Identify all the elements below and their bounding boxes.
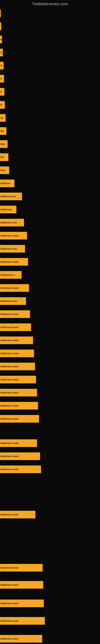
bar-label: Bot [0,156,4,158]
bar: Bottleneck result [0,258,28,266]
bar-label: Bottleneck result [0,313,18,315]
bar-label: B [0,104,2,106]
bar-row: Bottleneck result [0,580,100,590]
bar-label: Bott [0,143,5,145]
bar-label: Bottleneck resu [0,222,17,224]
bar-label: Bottleneck result [0,326,18,328]
bar: Bottleneck result [0,376,36,384]
bar-row: Bottleneck result [0,257,100,267]
bar-label: Bottleneck result [0,378,18,381]
bar-label: Bottleneck result [0,468,18,470]
bar-label: B [0,64,2,67]
bar-label: Bottleneck re [0,274,15,276]
bar-row: E [0,87,100,97]
bar-label: Bottleneck result [0,602,18,604]
bar-row: Bottleneck result [0,348,100,358]
bar-row: Bottleneck result [0,362,100,372]
bar-row: Bottleneck result [0,374,100,384]
bar: E [0,36,2,43]
bar: Bott [0,166,9,174]
bar-label: Bottleneck result [0,234,18,237]
bar: B [0,101,5,109]
bar: Bot [0,153,8,161]
bar-row: Bottleneck result [0,451,100,461]
bar-label: Bottleneck res [0,195,16,198]
bar-label: Bottleneck resu [0,248,17,250]
bar-row: Bo [0,126,100,136]
bar: E [0,88,4,96]
bar-row: E [0,34,100,44]
bar-row: Bott [0,139,100,149]
bar: Bottleneck result [0,350,34,357]
bar-label: Bottleneck result [0,392,18,394]
bar-row: Bottleneck result [0,335,100,345]
bar-row: Bottleneck result [0,464,100,474]
bar-row: B [0,100,100,110]
bar-row: Bottleneck [0,204,100,214]
bar-label: Bottleneck result [0,352,18,354]
bar: Bottleneck resu [0,219,24,226]
bar-row: Bottleneck result [0,634,100,644]
bar-label: Bottleneck result [0,455,18,458]
bar-label: Bottleneck result [0,514,18,516]
bar-row: Bot [0,152,100,162]
bar: B [0,62,3,70]
bar-row: Bottleneck result [0,388,100,398]
bar-label: Bottleneck result [0,365,18,368]
bar-row: Bo [0,113,100,123]
bar [0,22,1,30]
bar-row: Bottlenec [0,178,100,188]
bar-label: Bottleneck result [0,620,18,622]
bar-row: Bottleneck result [0,283,100,293]
bar-label: E [0,38,2,41]
bar-row: E [0,48,100,58]
bar-label: Bo [0,130,3,132]
bar: Bottleneck resu [0,245,25,252]
bar-label: E [0,78,2,80]
bar: Bottleneck [0,206,16,213]
bar-label: E [0,90,2,93]
bar-row: Bottleneck result [0,309,100,319]
page-title: TheBottlenecker.com [0,0,100,7]
bar-row [0,21,100,32]
bar-label: Bottleneck result [0,404,18,407]
bar: Bottleneck result [0,232,27,240]
bar-row: Bottleneck result [0,438,100,448]
bar-row: Bottleneck result [0,231,100,241]
bar [0,10,1,17]
bar: Bottleneck result [0,389,37,396]
bar-row: Bottleneck re [0,270,100,280]
bar-label: Bottleneck result [0,584,18,586]
bar: Bottleneck result [0,324,31,331]
bar-label: Bottleneck result [0,442,18,444]
bar-row: B [0,60,100,71]
bar-row: Bottleneck result [0,616,100,626]
bar-label: Bottleneck result [0,566,18,569]
bar-row: Bottleneck result [0,598,100,608]
bar: Bottleneck result [0,635,42,642]
bar: Bott [0,140,8,148]
bar: Bottleneck result [0,600,44,607]
bar-row: Bottleneck result [0,401,100,411]
bar: Bottleneck re [0,271,22,279]
bar-row: Bottleneck resu [0,218,100,228]
bar: Bottleneck result [0,452,40,460]
bar-row: Bottleneck result [0,414,100,424]
bar: Bottleneck result [0,415,39,422]
bar-row: Bottleneck result [0,563,100,573]
bar: E [0,75,4,82]
bar-label: Bottleneck result [0,638,18,640]
bar-label: E [0,51,2,54]
bar-row: Bottleneck resu [0,296,100,306]
bar: Bottleneck resu [0,297,26,305]
bar: Bottleneck result [0,336,33,344]
bar: Bottleneck result [0,564,43,572]
bar: Bottleneck result [0,439,37,447]
bar-label: Bottleneck result [0,287,18,289]
bar-label: Bottleneck result [0,260,18,263]
bar-row: Bottleneck resu [0,244,100,254]
bar: Bottleneck result [0,402,38,410]
bar: Bottleneck res [0,192,22,200]
bar: Bottlenec [0,180,14,187]
bar: Bottleneck result [0,363,35,370]
